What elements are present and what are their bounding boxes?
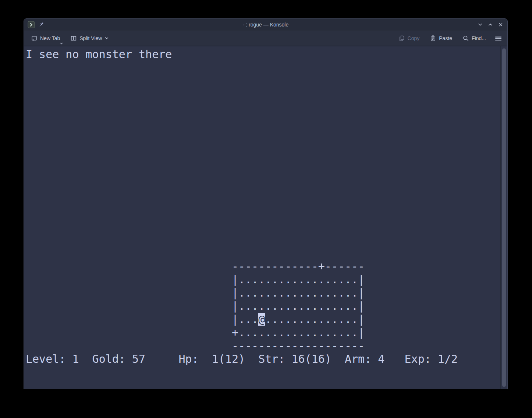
terminal-area: I see no monster there -------------+---… xyxy=(24,46,507,389)
terminal-screen[interactable]: I see no monster there -------------+---… xyxy=(24,46,507,366)
split-view-button[interactable]: Split View xyxy=(68,33,111,43)
terminal-line xyxy=(26,127,499,141)
new-tab-button[interactable]: New Tab xyxy=(28,33,63,43)
close-button[interactable] xyxy=(498,22,504,28)
terminal-line: +..................| xyxy=(26,326,499,339)
terminal-line xyxy=(26,74,499,88)
close-icon xyxy=(500,24,502,26)
terminal-line xyxy=(26,88,499,101)
konsole-window: - : rogue — Konsole New Tab xyxy=(24,18,508,389)
terminal-line xyxy=(26,154,499,167)
terminal-line: |...@..............| xyxy=(26,313,499,326)
terminal-line: |..................| xyxy=(26,273,499,286)
find-button[interactable]: Find... xyxy=(460,33,489,43)
terminal-line xyxy=(26,114,499,127)
chevron-down-icon xyxy=(479,24,482,25)
terminal-line xyxy=(26,207,499,220)
minimize-button[interactable] xyxy=(477,22,483,28)
split-view-icon xyxy=(70,35,77,42)
copy-icon xyxy=(398,35,405,42)
titlebar[interactable]: - : rogue — Konsole xyxy=(24,19,507,31)
terminal-line: -------------------- xyxy=(26,339,499,353)
paste-label: Paste xyxy=(439,35,452,41)
toolbar: New Tab Split View xyxy=(24,31,507,46)
paste-button[interactable]: Paste xyxy=(427,33,455,43)
paste-icon xyxy=(430,35,436,42)
terminal-line: Level: 1 Gold: 57 Hp: 1(12) Str: 16(16) … xyxy=(26,353,499,366)
new-tab-label: New Tab xyxy=(40,35,60,41)
window-title: - : rogue — Konsole xyxy=(24,22,507,28)
copy-label: Copy xyxy=(408,35,420,41)
menu-button[interactable] xyxy=(494,33,503,43)
new-tab-icon xyxy=(31,35,38,42)
search-icon xyxy=(462,35,469,42)
copy-button[interactable]: Copy xyxy=(396,33,422,43)
new-tab-caret-icon xyxy=(60,42,63,45)
player-cursor: @ xyxy=(258,313,265,326)
chevron-up-icon xyxy=(489,24,492,25)
find-label: Find... xyxy=(472,35,486,41)
terminal-line xyxy=(26,167,499,180)
split-view-label: Split View xyxy=(79,35,102,41)
terminal-line: -------------+------ xyxy=(26,260,499,273)
terminal-line xyxy=(26,194,499,207)
terminal-scrollbar[interactable] xyxy=(500,46,507,389)
pin-icon[interactable] xyxy=(39,22,45,28)
terminal-line: I see no monster there xyxy=(26,48,499,61)
terminal-line xyxy=(26,233,499,247)
terminal-line xyxy=(26,101,499,114)
terminal-line xyxy=(26,141,499,154)
hamburger-icon xyxy=(495,36,501,37)
terminal-line xyxy=(26,180,499,194)
terminal-line: |..................| xyxy=(26,286,499,300)
terminal-line xyxy=(26,247,499,260)
konsole-app-icon[interactable] xyxy=(28,21,35,28)
terminal-line: |..................| xyxy=(26,300,499,313)
maximize-button[interactable] xyxy=(487,22,493,28)
scrollbar-thumb[interactable] xyxy=(502,48,506,387)
terminal-line xyxy=(26,220,499,233)
terminal-line xyxy=(26,61,499,74)
split-view-caret-icon xyxy=(104,37,109,40)
